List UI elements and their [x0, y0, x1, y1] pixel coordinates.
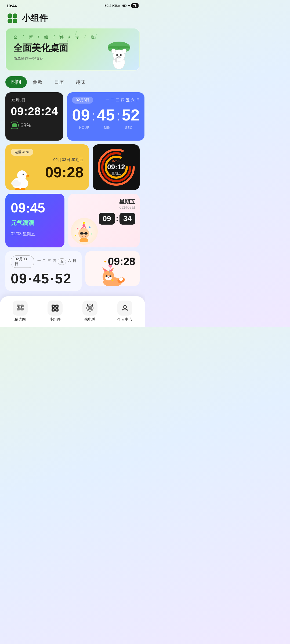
tab-time[interactable]: 时间 [5, 76, 27, 88]
dark-clock-date: 02月3日 [11, 98, 58, 103]
partial-weekdays: 一 二 三 四 五 六 日 [37, 258, 76, 265]
dark-clock-time: 09:28:24 [11, 105, 58, 118]
svg-point-44 [110, 276, 111, 276]
partial-time-row: 09 · 45 · 52 [11, 270, 76, 287]
svg-point-32 [77, 228, 78, 229]
blue-clock-header: 02月3日 一 二 三 四 五 六 日 [72, 97, 140, 104]
bottom-navigation: 精选图 小组件 来电秀 [0, 296, 145, 327]
svg-rect-29 [84, 232, 88, 235]
char-header: 星期五 02月03日 [73, 198, 135, 210]
circ-date: 02/03 [107, 159, 125, 163]
widget-fox-partial[interactable]: ✦ 09:28 [85, 251, 140, 291]
blue-hour: 09 [72, 106, 90, 124]
partial-min: 45 [33, 270, 49, 287]
duck-mascot-icon [8, 163, 32, 190]
battery-badge: 78 [131, 3, 139, 8]
nav-widgets-label: 小组件 [49, 317, 61, 322]
duck-date: 02月03日 星期五 [11, 157, 84, 162]
character-svg [74, 221, 95, 242]
svg-point-19 [23, 174, 24, 174]
battery-pct: 68% [20, 122, 31, 129]
blue-clock-date: 02月3日 [72, 97, 93, 104]
char-hour: 09 [99, 213, 115, 225]
nav-featured[interactable]: 精选图 [9, 301, 31, 322]
banner-mascot [102, 35, 134, 70]
circ-day: 星期五 [107, 171, 125, 176]
status-bar: 10:44 59.2 KB/s HD ▾ 78 [0, 0, 145, 10]
svg-point-65 [123, 305, 126, 309]
widget-clock-blue[interactable]: 02月3日 一 二 三 四 五 六 日 09 : 45 : 52 HOU [67, 92, 144, 141]
svg-point-18 [23, 174, 24, 175]
svg-point-9 [111, 49, 116, 53]
svg-point-53 [19, 306, 21, 308]
svg-rect-60 [53, 309, 54, 310]
category-tabs: 时间 倒数 日历 趣味 [0, 76, 145, 92]
widget-circular[interactable]: 02/03 09:12 星期五 [93, 144, 140, 190]
svg-rect-58 [53, 306, 54, 307]
svg-point-11 [116, 54, 118, 56]
profile-icon [117, 301, 132, 316]
page-title: 小组件 [22, 12, 48, 24]
tab-countdown[interactable]: 倒数 [27, 76, 48, 88]
label-hour: HOUR [79, 126, 90, 130]
blue-clock-labels: HOUR MIN SEC [72, 126, 140, 130]
svg-rect-28 [80, 232, 83, 235]
signal-icon: HD [122, 4, 127, 8]
wbg-mood: 元气满满 [11, 219, 59, 227]
widget-row-4: 02月03日 一 二 三 四 五 六 日 09 · 45 · [5, 251, 140, 291]
svg-rect-3 [8, 19, 12, 23]
app-icon [6, 12, 18, 24]
battery-icon [11, 122, 18, 129]
fox-star: ✦ [104, 259, 107, 264]
circ-time: 09:12 [107, 163, 125, 171]
blue-sec: 52 [122, 106, 140, 124]
svg-rect-59 [56, 306, 57, 307]
widget-row-2: 电量:45% 02月03日 星期五 09:28 [5, 144, 140, 190]
widget-partial-left[interactable]: 02月03日 一 二 三 四 五 六 日 09 · 45 · [5, 251, 82, 291]
tab-calendar[interactable]: 日历 [48, 76, 70, 88]
nav-ringtone[interactable]: 来电秀 [79, 301, 101, 322]
nav-profile[interactable]: 个人中心 [114, 301, 136, 322]
nav-ringtone-label: 来电秀 [84, 317, 96, 322]
svg-point-6 [108, 46, 130, 49]
promo-banner[interactable]: 全 / 新 / 组 / 件 / 专 / 栏 全面美化桌面 简单操作一键直达 [5, 28, 140, 71]
widget-duck[interactable]: 电量:45% 02月03日 星期五 09:28 [5, 144, 89, 190]
partial-top: 02月03日 一 二 三 四 五 六 日 [11, 255, 76, 268]
tab-fun[interactable]: 趣味 [70, 76, 91, 88]
blue-min: 45 [97, 106, 115, 124]
blue-clock-time: 09 : 45 : 52 [72, 106, 140, 124]
nav-widgets[interactable]: 小组件 [44, 301, 66, 322]
svg-point-64 [89, 307, 91, 309]
char-date: 02月03日 [73, 205, 135, 210]
partial-sec: 52 [55, 270, 72, 287]
signal-text: 59.2 KB/s [104, 4, 120, 8]
status-time: 10:44 [6, 3, 17, 8]
widget-blue-gradient[interactable]: 09:45 元气满满 02/03 星期五 [5, 194, 64, 247]
nav-featured-label: 精选图 [15, 317, 26, 322]
blue-clock-weekdays: 一 二 三 四 五 六 日 [106, 98, 140, 103]
svg-point-31 [79, 238, 88, 242]
partial-hour: 09 [11, 270, 27, 287]
widget-character[interactable]: 星期五 02月03日 [68, 194, 140, 247]
svg-point-41 [106, 275, 107, 277]
widget-row-3: 09:45 元气满满 02/03 星期五 星期五 02月03日 [5, 194, 140, 247]
svg-point-12 [120, 54, 122, 56]
status-right: 59.2 KB/s HD ▾ 78 [104, 3, 139, 8]
nav-profile-label: 个人中心 [117, 317, 132, 322]
svg-point-10 [122, 49, 126, 53]
fox-mascot [96, 265, 129, 286]
duck-battery: 电量:45% [11, 149, 33, 156]
char-day: 星期五 [73, 198, 135, 205]
page-header: 小组件 [0, 10, 145, 28]
svg-point-43 [107, 276, 107, 276]
circular-time-display: 02/03 09:12 星期五 [107, 159, 125, 176]
widget-grid: 02月3日 09:28:24 68% 02月3日 一 二 三 四 五 六 [0, 92, 145, 291]
widget-clock-dark[interactable]: 02月3日 09:28:24 68% [5, 92, 63, 141]
label-sec: SEC [125, 126, 133, 130]
svg-point-13 [118, 56, 120, 57]
char-min: 34 [119, 213, 135, 225]
label-min: MIN [104, 126, 111, 130]
wifi-icon: ▾ [128, 4, 130, 8]
dark-clock-battery-row: 68% [11, 122, 58, 129]
widgets-nav-icon [48, 301, 63, 316]
